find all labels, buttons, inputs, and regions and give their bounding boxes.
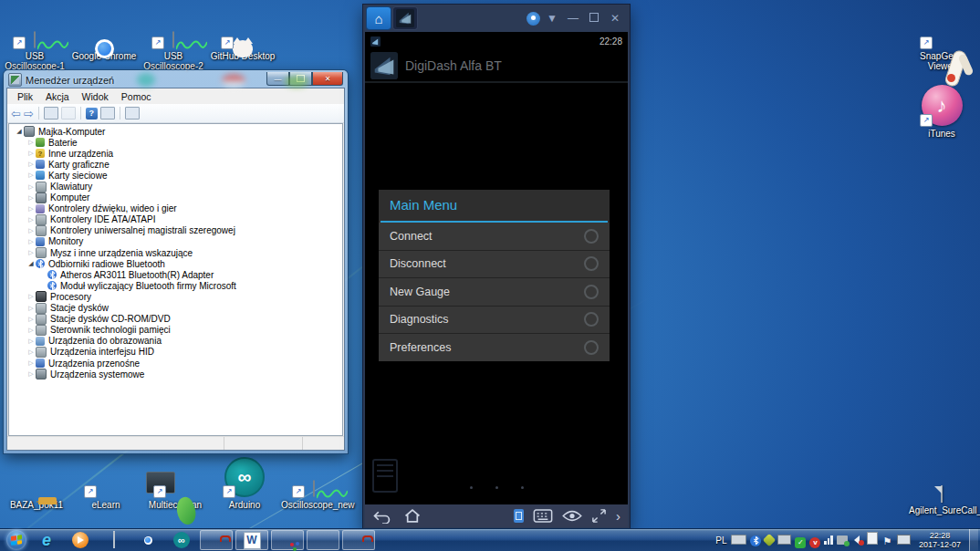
expander-icon[interactable]: ▷	[26, 338, 36, 345]
battery-indicator-icon[interactable]	[514, 509, 524, 523]
desktop-icon-multiecuscan[interactable]: ↗Multiecuscan	[142, 454, 208, 510]
digidash-app-tab[interactable]	[393, 7, 417, 29]
network-icon[interactable]	[897, 532, 911, 548]
expander-icon[interactable]: ▷	[26, 172, 36, 179]
taskbar-clock[interactable]: 22:28 2017-12-07	[915, 531, 964, 549]
desktop-icon-baza-pok11[interactable]: BAZA_pok11	[4, 454, 69, 510]
desktop-icon-github-desktop[interactable]: ↗GitHub Desktop	[210, 5, 276, 71]
taskbar-button-internet-explorer[interactable]: e	[34, 530, 59, 550]
tree-item-kontrolery-ide-ata-atapi[interactable]: ▷Kontrolery IDE ATA/ATAPI	[9, 214, 342, 225]
expander-icon[interactable]: ▷	[26, 359, 36, 367]
tree-item-atheros-ar3011-bluetooth-r-adapter[interactable]: Atheros AR3011 Bluetooth(R) Adapter	[9, 269, 342, 280]
window-panes-icon[interactable]	[100, 107, 115, 120]
start-button[interactable]	[6, 530, 26, 550]
eye-visibility-icon[interactable]	[562, 510, 582, 522]
tree-item-kontrolery-uniwersalnej-magistrali-szeregowej[interactable]: ▷Kontrolery uniwersalnej magistrali szer…	[9, 225, 342, 236]
menu-item-diagnostics[interactable]: Diagnostics	[379, 306, 610, 334]
forward-icon[interactable]: ⇨	[24, 108, 34, 120]
language-indicator[interactable]: PL	[715, 535, 726, 546]
expander-icon[interactable]: ▷	[26, 161, 36, 168]
desktop-icon-agilent-surecall-in[interactable]: Agilent_SureCall_In...	[909, 460, 975, 515]
tree-item-baterie[interactable]: ▷Baterie	[9, 137, 342, 148]
expander-icon[interactable]: ▷	[26, 249, 36, 256]
menu-plik[interactable]: Plik	[11, 90, 39, 103]
desktop-icon-oscilloscope-new[interactable]: ↗Oscilloscope_new	[281, 454, 347, 510]
taskbar-button-word[interactable]: W	[235, 530, 268, 550]
expander-icon[interactable]: ▷	[26, 305, 36, 312]
fullscreen-expand-icon[interactable]	[591, 508, 607, 524]
emulator-title-bar[interactable]: ⌂ ▼ — ✕	[363, 5, 630, 32]
expander-icon[interactable]: ▷	[26, 227, 36, 234]
notification-dot-icon[interactable]	[526, 12, 540, 26]
desktop-icon-usb-oscilloscope-1[interactable]: ↗USB Oscilloscope-1	[2, 5, 68, 71]
menu-item-new-gauge[interactable]: New Gauge	[379, 277, 610, 306]
home-tab[interactable]: ⌂	[367, 7, 391, 29]
red-app-icon[interactable]: v	[809, 532, 820, 548]
taskbar-button-bluestacks[interactable]	[307, 530, 339, 550]
menu-widok[interactable]: Widok	[76, 90, 115, 103]
emulator-close-button[interactable]: ✕	[606, 13, 624, 24]
expander-icon[interactable]: ▷	[26, 194, 36, 202]
expander-icon[interactable]: ◢	[26, 260, 36, 267]
taskbar-button-notepad[interactable]	[101, 530, 127, 550]
volume-muted-icon[interactable]	[851, 532, 863, 548]
bluetooth-icon[interactable]	[750, 532, 761, 548]
printer-icon[interactable]	[777, 532, 791, 548]
keyboard-layout-icon[interactable]	[731, 532, 746, 548]
tree-item-klawiatury[interactable]: ▷Klawiatury	[9, 181, 342, 192]
expander-icon[interactable]: ▷	[26, 293, 36, 300]
menu-item-connect[interactable]: Connect	[379, 223, 610, 250]
desktop-icon-snapgene-viewer[interactable]: ↗SnapGene Viewer	[909, 5, 975, 71]
expander-icon[interactable]: ▷	[26, 150, 36, 157]
desktop-icon-itunes[interactable]: ♪↗iTunes	[909, 83, 975, 139]
taskbar-button-paint-app[interactable]	[271, 530, 304, 550]
tree-item-sterownik-technologii-pami-ci[interactable]: ▷Sterownik technologii pamięci	[9, 325, 342, 336]
menu-pomoc[interactable]: Pomoc	[115, 90, 158, 103]
tree-item-stacje-dysk-w[interactable]: ▷Stacje dysków	[9, 303, 342, 314]
expander-icon[interactable]: ▷	[26, 183, 36, 191]
taskbar-button-media-player[interactable]	[68, 530, 93, 550]
scan-hardware-changes-icon[interactable]	[125, 107, 140, 120]
expander-icon[interactable]: ▷	[26, 316, 36, 323]
tree-item-monitory[interactable]: ▷Monitory	[9, 236, 342, 247]
expander-icon[interactable]: ▷	[26, 238, 36, 245]
signal-strength-icon[interactable]	[824, 532, 833, 548]
menu-item-preferences[interactable]: Preferences	[379, 333, 610, 361]
home-nav-icon[interactable]	[401, 508, 423, 524]
expander-icon[interactable]: ▷	[26, 348, 36, 356]
desktop-icon-google-chrome[interactable]: Google Chrome	[71, 5, 137, 71]
tree-item-stacje-dysk-w-cd-rom-dvd[interactable]: ▷Stacje dysków CD-ROM/DVD	[9, 314, 342, 325]
usb-device-icon[interactable]	[837, 532, 848, 548]
taskbar-button-arduino[interactable]: ∞	[169, 530, 194, 550]
keyboard-toggle-icon[interactable]	[533, 509, 553, 523]
desktop-icon-usb-oscilloscope-2[interactable]: ↗USB Oscilloscope-2	[141, 5, 206, 71]
scheduler-icon[interactable]	[867, 532, 878, 548]
show-console-tree-icon[interactable]	[44, 107, 58, 120]
back-nav-icon[interactable]	[372, 508, 392, 524]
desktop-icon-elearn[interactable]: ↗eLearn	[73, 454, 139, 510]
menu-item-disconnect[interactable]: Disconnect	[379, 250, 610, 278]
expander-icon[interactable]: ▷	[26, 370, 36, 378]
taskbar-button-toolbox-app-2[interactable]	[342, 530, 375, 550]
tree-item-inne-urz-dzenia[interactable]: ▷?Inne urządzenia	[9, 148, 342, 159]
emulator-minimize-button[interactable]: —	[564, 13, 582, 24]
tree-item-odbiorniki-radiowe-bluetooth[interactable]: ◢Odbiorniki radiowe Bluetooth	[9, 258, 342, 269]
tree-item-procesory[interactable]: ▷Procesory	[9, 291, 342, 302]
tree-item-mysz-i-inne-urz-dzenia-wskazuj-ce[interactable]: ▷Mysz i inne urządzenia wskazujące	[9, 247, 342, 258]
show-desktop-button[interactable]	[969, 529, 978, 551]
expander-icon[interactable]: ▷	[26, 327, 36, 334]
expander-icon[interactable]: ▷	[26, 216, 36, 224]
tree-item-urz-dzenia-przeno-ne[interactable]: ▷Urządzenia przenośne	[9, 358, 342, 369]
taskbar-button-toolbox-app-1[interactable]	[200, 530, 233, 550]
expander-icon[interactable]: ▷	[26, 205, 36, 213]
bluestacks-gem-icon[interactable]	[765, 532, 774, 548]
emulator-maximize-button[interactable]	[585, 13, 603, 24]
close-button[interactable]: ✕	[312, 72, 343, 86]
expander-icon[interactable]: ◢	[15, 128, 24, 135]
taskbar-button-chrome[interactable]	[135, 530, 161, 550]
tree-item-komputer[interactable]: ▷Komputer	[9, 192, 342, 203]
chevron-right-icon[interactable]: ›	[616, 509, 620, 523]
tree-item-modu-wyliczaj-cy-bluetooth-firmy-microsoft[interactable]: Moduł wyliczający Bluetooth firmy Micros…	[9, 280, 342, 291]
minimize-button[interactable]: —	[266, 72, 289, 86]
action-center-flag-icon[interactable]: ⚑	[881, 532, 893, 548]
